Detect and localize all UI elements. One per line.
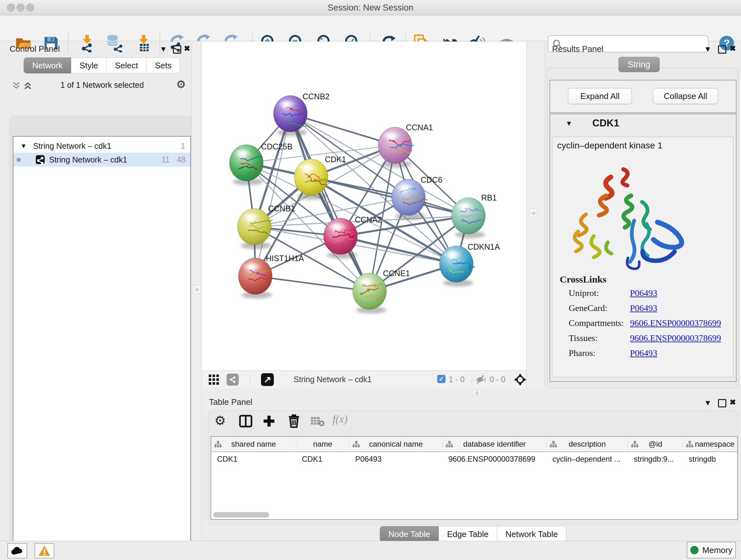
network-node-RB1[interactable]: RB1 (452, 193, 497, 238)
network-node-CDKN1A[interactable]: CDKN1A (440, 242, 500, 287)
network-edge[interactable] (290, 114, 369, 291)
tab-select[interactable]: Select (107, 57, 146, 73)
network-view-title: String Network – cdk1 (293, 375, 372, 384)
float-panel-icon[interactable] (718, 399, 726, 408)
node-label: CDC25B (261, 142, 293, 151)
collapse-all-button[interactable]: Collapse All (653, 88, 718, 104)
column-header-sharedname[interactable]: shared name (211, 437, 296, 451)
table-cell[interactable]: stringdb (683, 452, 738, 466)
table-header-row: shared namenamecanonical namedatabase id… (211, 437, 737, 452)
delete-column-icon[interactable] (287, 414, 300, 429)
node-label: CDC6 (421, 175, 442, 184)
crosslink-link[interactable]: P06493 (630, 348, 657, 358)
left-splitter-handle[interactable] (193, 285, 200, 294)
network-edge[interactable] (255, 114, 290, 276)
column-header-label: @id (649, 440, 662, 449)
bottom-splitter[interactable] (202, 388, 741, 396)
memory-button[interactable]: Memory (687, 542, 736, 558)
tab-node-table[interactable]: Node Table (380, 526, 439, 542)
warning-icon (38, 545, 51, 557)
selected-counter: 1 - 0 (449, 375, 465, 384)
network-node-CDC6[interactable]: CDC6 (392, 175, 442, 220)
column-header-label: description (569, 440, 606, 449)
close-panel-icon[interactable]: ✖ (730, 398, 736, 407)
network-edge[interactable] (255, 276, 369, 291)
node-label: CDKN1A (468, 242, 500, 251)
warnings-button[interactable] (35, 543, 54, 558)
table-row[interactable]: CDK1CDK1P064939606.ENSP00000378699cyclin… (211, 452, 737, 466)
network-node-HIST1H1A[interactable]: HIST1H1A (239, 254, 304, 299)
network-view-toolbar: ↗ String Network – cdk1 ✓ 1 - 0 0 - 0 (202, 370, 526, 388)
float-panel-icon[interactable] (718, 45, 726, 54)
crosslink-link[interactable]: 9606.ENSP00000378699 (630, 318, 721, 328)
right-splitter-handle[interactable] (530, 209, 537, 217)
network-node-CCNB1[interactable]: CCNB1 (238, 204, 295, 249)
column-network-icon (686, 441, 693, 449)
bottom-splitter-handle[interactable] (473, 390, 481, 396)
table-settings-gear-icon[interactable]: ⚙ (214, 413, 226, 428)
column-header-canonicalname[interactable]: canonical name (349, 437, 443, 451)
show-columns-icon[interactable] (239, 415, 253, 429)
tab-sets[interactable]: Sets (146, 57, 180, 73)
birds-eye-view-icon[interactable]: ↗ (261, 373, 274, 386)
close-panel-icon[interactable]: ✖ (730, 44, 736, 53)
table-cell[interactable]: 9606.ENSP00000378699 (443, 452, 547, 466)
table-cell[interactable]: stringdb:9... (628, 452, 683, 466)
crosslink-link[interactable]: P06493 (630, 303, 657, 313)
network-share-icon[interactable] (226, 374, 239, 386)
selected-checkbox-icon[interactable]: ✓ (437, 375, 446, 383)
grid-view-icon[interactable] (208, 374, 219, 387)
column-header-description[interactable]: description (547, 437, 628, 451)
collection-count: 1 (181, 139, 185, 152)
table-cell[interactable]: cyclin–dependent ... (547, 452, 628, 466)
function-builder-icon: f(x) (333, 413, 347, 425)
expand-all-networks-icon[interactable] (23, 80, 32, 92)
network-row-selected[interactable]: String Network – cdk1 11 48 (13, 152, 190, 167)
crosslink-link[interactable]: 9606.ENSP00000378699 (630, 333, 721, 343)
horizontal-scrollbar[interactable] (213, 512, 269, 517)
cloud-button[interactable] (7, 543, 27, 558)
crosslink-label: Pharos: (569, 348, 596, 358)
column-header-id[interactable]: @id (628, 437, 683, 451)
expand-all-button[interactable]: Expand All (568, 88, 632, 104)
collapse-all-networks-icon[interactable] (11, 80, 21, 92)
node-label: CCNE1 (383, 269, 410, 278)
tab-string[interactable]: String (618, 57, 660, 72)
tab-edge-table[interactable]: Edge Table (439, 526, 497, 542)
add-column-icon[interactable] (262, 415, 276, 429)
network-node-CCNA1[interactable]: CCNA1 (378, 123, 433, 168)
network-canvas[interactable]: CCNB2CCNA1CDC25BCDK1CDC6RB1CCNB1CCNA2CDK… (202, 42, 526, 370)
column-header-namespace[interactable]: namespace (683, 437, 738, 451)
network-edge[interactable] (311, 177, 468, 216)
tab-network[interactable]: Network (23, 57, 71, 73)
gene-expander-icon[interactable]: ▼ (565, 119, 572, 128)
fit-content-crosshair-icon[interactable] (514, 373, 527, 387)
close-panel-icon[interactable]: ✖ (184, 44, 190, 53)
network-collection-row[interactable]: ▼ String Network – cdk1 1 (13, 139, 190, 152)
crosslink-row: Compartments:9606.ENSP00000378699 (569, 318, 624, 328)
column-header-name[interactable]: name (296, 437, 349, 451)
collapse-panel-icon[interactable]: ▼ (704, 45, 712, 54)
table-cell[interactable]: CDK1 (296, 452, 349, 466)
crosslink-link[interactable]: P06493 (630, 288, 657, 298)
crosslinks-heading: CrossLinks (560, 274, 606, 285)
cytoscape-window: Session: New Session (0, 0, 741, 560)
table-cell[interactable]: P06493 (349, 452, 443, 466)
column-header-databaseidentifier[interactable]: database identifier (443, 437, 547, 451)
collapse-panel-icon[interactable]: ▼ (704, 398, 712, 408)
node-label: CCNB2 (302, 92, 330, 101)
network-node-CCNB2[interactable]: CCNB2 (273, 92, 330, 136)
collapse-panel-icon[interactable]: ▼ (159, 45, 167, 54)
network-options-gear-icon[interactable]: ⚙ (176, 78, 186, 91)
tab-style[interactable]: Style (71, 57, 107, 73)
table-cell[interactable]: CDK1 (211, 452, 296, 466)
node-table[interactable]: shared namenamecanonical namedatabase id… (211, 436, 738, 520)
tab-network-table[interactable]: Network Table (497, 526, 566, 542)
status-bar: Memory (0, 541, 741, 560)
hidden-eye-icon (476, 374, 487, 386)
float-panel-icon[interactable] (173, 45, 181, 54)
control-panel: Control Panel ▼ ✖ NetworkStyleSelectSets… (3, 42, 191, 539)
tree-expander-icon[interactable]: ▼ (20, 139, 27, 152)
network-node-CCNE1[interactable]: CCNE1 (353, 269, 410, 314)
node-label: HIST1H1A (266, 254, 304, 263)
